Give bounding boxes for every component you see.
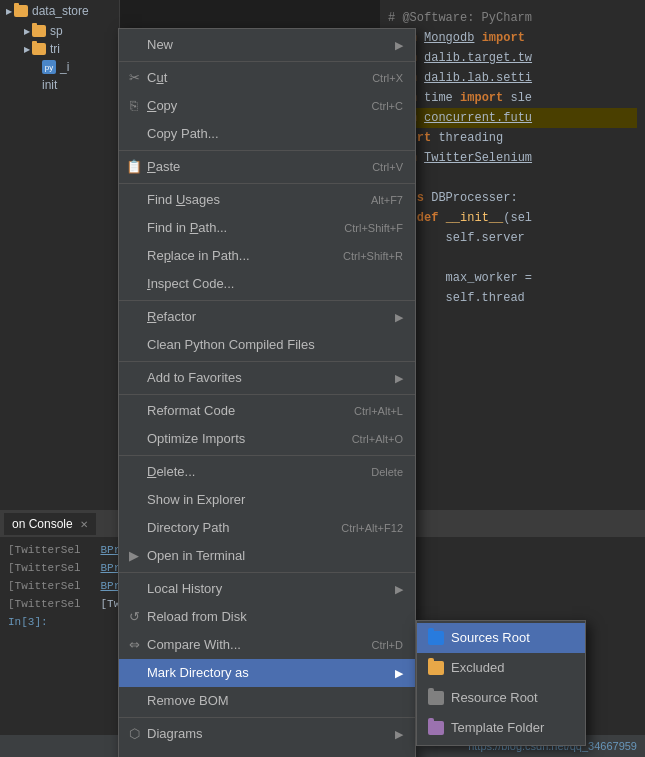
console-close-icon[interactable]: ✕: [80, 519, 88, 530]
submenu-item-resource-root[interactable]: Resource Root: [417, 683, 585, 713]
code-editor: # @Software: PyCharm from Mongodb import…: [380, 0, 645, 510]
expand-arrow: ▶: [6, 7, 12, 16]
menu-arrow-local-history: ▶: [395, 579, 403, 599]
menu-item-cut-label: Cut: [147, 68, 167, 88]
menu-arrow-diagrams: ▶: [395, 724, 403, 744]
code-line-13: self.thread: [388, 288, 637, 308]
menu-item-diagrams-label: Diagrams: [147, 724, 203, 744]
sidebar-item-init2[interactable]: init: [20, 76, 119, 94]
menu-item-find-path[interactable]: Find in Path... Ctrl+Shift+F: [119, 214, 415, 242]
menu-item-copy-label: Copy: [147, 96, 177, 116]
menu-item-mark-directory-label: Mark Directory as: [147, 663, 249, 683]
menu-item-local-history-label: Local History: [147, 579, 222, 599]
submenu-item-template-folder[interactable]: Template Folder: [417, 713, 585, 743]
code-line-8: from TwitterSelenium: [388, 148, 637, 168]
diagrams-icon: ⬡: [125, 724, 143, 744]
menu-sep-5: [119, 361, 415, 362]
menu-sep-4: [119, 300, 415, 301]
sidebar-item-tri[interactable]: ▶ tri: [20, 40, 119, 58]
submenu-item-sources-root[interactable]: Sources Root: [417, 623, 585, 653]
console-tab-label: on Console: [12, 517, 73, 531]
menu-sep-1: [119, 61, 415, 62]
context-menu: New ▶ ✂ Cut Ctrl+X ⎘ Copy Ctrl+C Copy Pa…: [118, 28, 416, 757]
console-prompt: In[3]:: [8, 616, 48, 628]
menu-item-inspect-code[interactable]: Inspect Code...: [119, 270, 415, 298]
code-line-blank2: [388, 248, 637, 268]
menu-arrow-refactor: ▶: [395, 307, 403, 327]
menu-item-delete[interactable]: Delete... Delete: [119, 458, 415, 486]
tri-label: tri: [50, 42, 60, 56]
code-line-9: class DBProcesser:: [388, 188, 637, 208]
menu-sep-6: [119, 394, 415, 395]
sidebar-item-sp[interactable]: ▶ sp: [20, 22, 119, 40]
sidebar-header: ▶ data_store: [0, 0, 119, 22]
sidebar-item-init[interactable]: py _i: [20, 58, 119, 76]
menu-item-copy-path-label: Copy Path...: [147, 124, 219, 144]
menu-item-add-favorites-label: Add to Favorites: [147, 368, 242, 388]
menu-item-replace-path-label: Replace in Path...: [147, 246, 250, 266]
template-folder-icon: [427, 720, 445, 736]
code-line-7: import threading: [388, 128, 637, 148]
submenu-resource-root-label: Resource Root: [451, 687, 538, 709]
delete-shortcut: Delete: [371, 462, 403, 482]
code-line-10: def __init__(sel: [388, 208, 637, 228]
menu-item-show-explorer[interactable]: Show in Explorer: [119, 486, 415, 514]
reload-icon: ↺: [125, 607, 143, 627]
sources-root-icon: [427, 630, 445, 646]
mark-directory-submenu: Sources Root Excluded Resource Root Temp…: [416, 620, 586, 746]
menu-item-paste-label: Paste: [147, 157, 180, 177]
menu-item-create-gist[interactable]: ⊙ Create Gist...: [119, 748, 415, 757]
menu-item-reformat[interactable]: Reformat Code Ctrl+Alt+L: [119, 397, 415, 425]
menu-item-reload-label: Reload from Disk: [147, 607, 247, 627]
menu-item-find-path-label: Find in Path...: [147, 218, 227, 238]
tri-folder-icon: [32, 43, 46, 55]
expand-sp-arrow: ▶: [24, 27, 30, 36]
menu-item-diagrams[interactable]: ⬡ Diagrams ▶: [119, 720, 415, 748]
directory-path-shortcut: Ctrl+Alt+F12: [341, 518, 403, 538]
menu-item-copy[interactable]: ⎘ Copy Ctrl+C: [119, 92, 415, 120]
init-label: _i: [60, 60, 69, 74]
submenu-item-excluded[interactable]: Excluded: [417, 653, 585, 683]
terminal-icon: ▶: [125, 546, 143, 566]
copy-shortcut: Ctrl+C: [372, 96, 403, 116]
menu-item-inspect-code-label: Inspect Code...: [147, 274, 234, 294]
menu-item-directory-path[interactable]: Directory Path Ctrl+Alt+F12: [119, 514, 415, 542]
menu-item-find-usages[interactable]: Find Usages Alt+F7: [119, 186, 415, 214]
menu-item-reload[interactable]: ↺ Reload from Disk: [119, 603, 415, 631]
menu-item-clean-python[interactable]: Clean Python Compiled Files: [119, 331, 415, 359]
menu-item-refactor-label: Refactor: [147, 307, 196, 327]
menu-item-remove-bom[interactable]: Remove BOM: [119, 687, 415, 715]
copy-icon: ⎘: [125, 96, 143, 116]
code-line-11: self.server: [388, 228, 637, 248]
menu-item-open-terminal[interactable]: ▶ Open in Terminal: [119, 542, 415, 570]
menu-item-refactor[interactable]: Refactor ▶: [119, 303, 415, 331]
menu-item-copy-path[interactable]: Copy Path...: [119, 120, 415, 148]
console-tab[interactable]: on Console ✕: [4, 513, 96, 535]
menu-item-local-history[interactable]: Local History ▶: [119, 575, 415, 603]
menu-sep-9: [119, 717, 415, 718]
menu-item-clean-python-label: Clean Python Compiled Files: [147, 335, 315, 355]
replace-path-shortcut: Ctrl+Shift+R: [343, 246, 403, 266]
menu-item-new[interactable]: New ▶: [119, 31, 415, 59]
init-py-icon: py: [42, 60, 56, 74]
menu-sep-2: [119, 150, 415, 151]
menu-item-mark-directory[interactable]: Mark Directory as ▶: [119, 659, 415, 687]
resource-root-icon: [427, 690, 445, 706]
menu-item-replace-path[interactable]: Replace in Path... Ctrl+Shift+R: [119, 242, 415, 270]
menu-arrow-new: ▶: [395, 35, 403, 55]
menu-item-new-label: New: [147, 35, 173, 55]
menu-item-directory-path-label: Directory Path: [147, 518, 229, 538]
menu-item-delete-label: Delete...: [147, 462, 195, 482]
menu-item-show-explorer-label: Show in Explorer: [147, 490, 245, 510]
menu-item-add-favorites[interactable]: Add to Favorites ▶: [119, 364, 415, 392]
menu-item-paste[interactable]: 📋 Paste Ctrl+V: [119, 153, 415, 181]
github-icon: ⊙: [125, 752, 143, 757]
menu-item-optimize-imports[interactable]: Optimize Imports Ctrl+Alt+O: [119, 425, 415, 453]
optimize-imports-shortcut: Ctrl+Alt+O: [352, 429, 403, 449]
menu-item-cut[interactable]: ✂ Cut Ctrl+X: [119, 64, 415, 92]
data-store-label: data_store: [32, 4, 89, 18]
menu-item-compare[interactable]: ⇔ Compare With... Ctrl+D: [119, 631, 415, 659]
sidebar-tree: ▶ sp ▶ tri py _i init: [0, 22, 119, 94]
data-store-folder-icon: [14, 5, 28, 17]
compare-shortcut: Ctrl+D: [372, 635, 403, 655]
